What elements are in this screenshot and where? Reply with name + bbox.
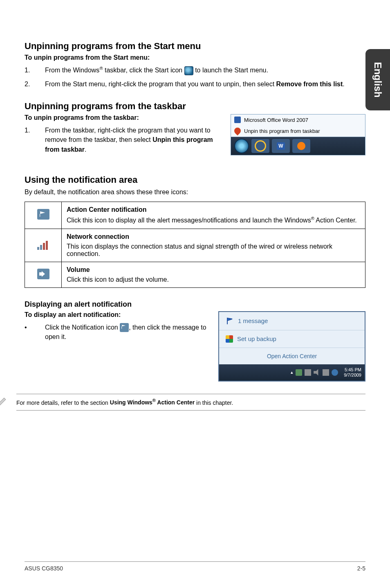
open-action-center-link[interactable]: Open Action Center	[219, 348, 365, 364]
context-menu: Microsoft Office Word 2007 Unpin this pr…	[231, 114, 365, 137]
clock[interactable]: 5:45 PM 9/7/2009	[344, 367, 361, 377]
alert-backup-row[interactable]: Set up backup	[219, 330, 365, 348]
taskbar	[231, 137, 365, 155]
registered-mark: ®	[152, 398, 156, 403]
media-button[interactable]	[292, 139, 310, 153]
list-body: Click the Notification icon , then click…	[45, 323, 210, 342]
heading-alert: Displaying an alert notification	[25, 300, 365, 309]
heading-unpin-taskbar: Unpinning programs from the taskbar	[25, 101, 365, 112]
text: From the Windows	[45, 67, 99, 74]
pen-icon	[0, 394, 8, 410]
word-button[interactable]	[272, 139, 290, 153]
text: Click this icon to adjust the volume.	[67, 276, 169, 283]
action-center-icon	[37, 209, 49, 220]
network-icon	[37, 239, 49, 250]
list-body: From the Start menu, right-click the pro…	[45, 79, 365, 89]
word-icon	[234, 117, 241, 123]
text: For more details, refer to the section	[16, 399, 110, 406]
tray-flag-icon[interactable]	[323, 369, 329, 376]
table-row: Network connection This icon displays th…	[25, 229, 365, 262]
note-box: For more details, refer to the section U…	[16, 394, 365, 411]
row-title: Volume	[67, 266, 360, 274]
text: taskbar, click the Start icon	[103, 67, 184, 74]
section-alert-notification: Displaying an alert notification To disp…	[25, 300, 365, 382]
table-row: Action Center notification Click this ic…	[25, 202, 365, 229]
taskbar-screenshot: Microsoft Office Word 2007 Unpin this pr…	[231, 114, 365, 155]
section-notification-area: Using the notification area By default, …	[25, 175, 365, 288]
shield-icon	[226, 335, 233, 343]
menu-item-word[interactable]: Microsoft Office Word 2007	[231, 114, 365, 126]
list-body: From the taskbar, right-click the progra…	[45, 126, 222, 154]
date: 9/7/2009	[344, 373, 361, 377]
heading-notification: Using the notification area	[25, 175, 365, 185]
footer-product: ASUS CG8350	[25, 565, 63, 572]
note-text: For more details, refer to the section U…	[16, 399, 233, 406]
flag-icon	[226, 317, 234, 325]
notification-desc: By default, the notification area shows …	[25, 188, 365, 197]
list-number: 1.	[25, 126, 45, 154]
subheading-unpin-start: To unpin programs from the Start menu:	[25, 54, 365, 61]
backup-label: Set up backup	[237, 335, 276, 342]
list-body: From the Windows® taskbar, click the Sta…	[45, 65, 365, 75]
menu-label: Unpin this program from taskbar	[244, 128, 320, 134]
link-label: Open Action Center	[267, 353, 317, 359]
list-number: 2.	[25, 79, 45, 89]
row-title: Network connection	[67, 233, 360, 240]
row-title: Action Center notification	[67, 206, 360, 213]
list-number: 1.	[25, 65, 45, 75]
start-button[interactable]	[234, 139, 249, 153]
notification-icon	[120, 323, 129, 332]
volume-icon	[37, 269, 49, 279]
tray-volume-icon[interactable]	[314, 369, 320, 376]
page-content: Unpinning programs from the Start menu T…	[0, 0, 390, 427]
bullet: •	[25, 323, 45, 342]
text: in this chapter.	[195, 399, 233, 406]
time: 5:45 PM	[344, 367, 361, 372]
icon-cell	[25, 262, 62, 287]
icon-cell	[25, 229, 62, 262]
registered-mark: ®	[311, 216, 314, 221]
message-count: 1 message	[238, 317, 268, 324]
heading-unpin-start: Unpinning programs from the Start menu	[25, 41, 365, 52]
bold-text: Action Center	[156, 399, 195, 406]
section-unpin-taskbar: Unpinning programs from the taskbar To u…	[25, 101, 365, 162]
desc-cell: Volume Click this icon to adjust the vol…	[62, 262, 365, 287]
alert-screenshot: 1 message Set up backup Open Action Cent…	[218, 311, 365, 382]
text: Click this icon to display all the alert…	[67, 217, 311, 224]
desc-cell: Action Center notification Click this ic…	[62, 202, 365, 229]
list-unpin-taskbar: 1. From the taskbar, right-click the pro…	[25, 126, 222, 154]
footer-page-number: 2-5	[357, 565, 365, 572]
tray-network-icon[interactable]	[305, 369, 311, 376]
text: .	[85, 146, 86, 153]
bold-text: Remove from this list	[276, 81, 343, 88]
tray-icon[interactable]	[332, 369, 338, 376]
menu-label: Microsoft Office Word 2007	[244, 117, 308, 123]
page-footer: ASUS CG8350 2-5	[25, 561, 365, 572]
list-item: 1. From the taskbar, right-click the pro…	[25, 126, 222, 154]
text: This icon displays the connection status…	[67, 243, 332, 257]
tray-chevron-icon[interactable]: ▴	[291, 370, 293, 375]
text: From the Start menu, right-click the pro…	[45, 81, 276, 88]
ie-button[interactable]	[251, 139, 269, 153]
unpin-icon	[233, 126, 242, 136]
table-row: Volume Click this icon to adjust the vol…	[25, 262, 365, 287]
text: to launch the Start menu.	[193, 67, 268, 74]
list-alert: • Click the Notification icon , then cli…	[25, 323, 210, 342]
list-item: 2. From the Start menu, right-click the …	[25, 79, 365, 89]
desc-cell: Network connection This icon displays th…	[62, 229, 365, 262]
bold-text: Using Windows	[110, 399, 152, 406]
subheading-alert: To display an alert notification:	[25, 311, 210, 319]
alert-message-row[interactable]: 1 message	[219, 312, 365, 330]
icon-cell	[25, 202, 62, 229]
text: Click the Notification icon	[45, 324, 120, 331]
tray-icon[interactable]	[296, 369, 302, 376]
list-item: • Click the Notification icon , then cli…	[25, 323, 210, 342]
section-unpin-start: Unpinning programs from the Start menu T…	[25, 41, 365, 89]
start-icon	[184, 66, 193, 75]
list-unpin-start: 1. From the Windows® taskbar, click the …	[25, 65, 365, 89]
icon-table: Action Center notification Click this ic…	[25, 202, 365, 287]
list-item: 1. From the Windows® taskbar, click the …	[25, 65, 365, 75]
tray-taskbar: ▴ 5:45 PM 9/7/2009	[219, 364, 365, 381]
menu-item-unpin[interactable]: Unpin this program from taskbar	[231, 126, 365, 137]
subheading-unpin-taskbar: To unpin programs from the taskbar:	[25, 114, 222, 121]
